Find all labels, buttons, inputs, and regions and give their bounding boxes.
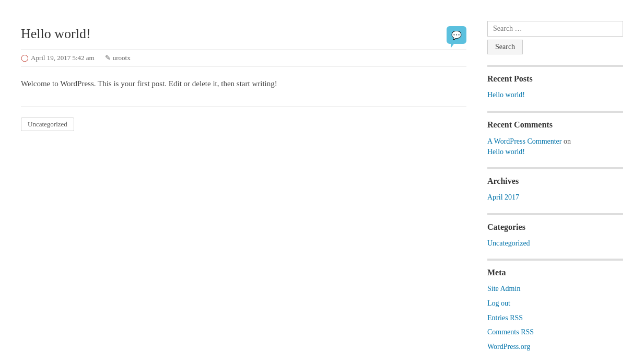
comment-icon: 💬 xyxy=(451,30,462,40)
archives-section: Archives April 2017 xyxy=(487,167,623,203)
post-date-item: ◯ April 19, 2017 5:42 am xyxy=(21,54,95,62)
meta-wordpress-org[interactable]: WordPress.org xyxy=(487,342,623,352)
search-input[interactable] xyxy=(487,21,623,37)
post-author: urootx xyxy=(113,54,131,62)
meta-comments-rss[interactable]: Comments RSS xyxy=(487,327,623,337)
post-article: Hello world! 💬 ◯ April 19, 2017 5:42 am … xyxy=(21,26,466,131)
meta-log-out[interactable]: Log out xyxy=(487,298,623,309)
clock-icon: ◯ xyxy=(21,54,29,62)
search-button[interactable]: Search xyxy=(487,40,523,54)
post-author-item: ✎ urootx xyxy=(105,54,131,62)
recent-comments-title: Recent Comments xyxy=(487,120,623,130)
post-meta: ◯ April 19, 2017 5:42 am ✎ urootx xyxy=(21,49,466,67)
recent-post-hello-world[interactable]: Hello world! xyxy=(487,90,623,100)
categories-section: Categories Uncategorized xyxy=(487,213,623,249)
meta-site-admin[interactable]: Site Admin xyxy=(487,284,623,294)
recent-posts-title: Recent Posts xyxy=(487,74,623,84)
meta-entries-rss[interactable]: Entries RSS xyxy=(487,313,623,323)
tag-uncategorized[interactable]: Uncategorized xyxy=(21,118,74,131)
post-divider xyxy=(21,107,466,107)
meta-section: Meta Site Admin Log out Entries RSS Comm… xyxy=(487,259,623,352)
author-icon: ✎ xyxy=(105,54,111,62)
commenter-link[interactable]: A WordPress Commenter xyxy=(487,137,562,145)
categories-title: Categories xyxy=(487,223,623,232)
sidebar-search: Search xyxy=(487,21,623,54)
post-content: Welcome to WordPress. This is your first… xyxy=(21,77,466,91)
main-content: Hello world! 💬 ◯ April 19, 2017 5:42 am … xyxy=(21,10,466,362)
post-tags: Uncategorized xyxy=(21,118,466,131)
recent-comments-section: Recent Comments A WordPress Commenter on… xyxy=(487,111,623,157)
archive-april-2017[interactable]: April 2017 xyxy=(487,192,623,203)
post-date: April 19, 2017 5:42 am xyxy=(31,54,95,62)
sidebar: Search Recent Posts Hello world! Recent … xyxy=(487,10,623,362)
post-title: Hello world! xyxy=(21,26,91,42)
archives-title: Archives xyxy=(487,177,623,186)
on-text: on xyxy=(564,137,571,145)
commented-post-link[interactable]: Hello world! xyxy=(487,147,623,157)
meta-title: Meta xyxy=(487,268,623,277)
category-uncategorized[interactable]: Uncategorized xyxy=(487,238,623,249)
comment-entry: A WordPress Commenter on Hello world! xyxy=(487,136,623,157)
comment-bubble[interactable]: 💬 xyxy=(447,26,466,44)
recent-posts-section: Recent Posts Hello world! xyxy=(487,65,623,100)
